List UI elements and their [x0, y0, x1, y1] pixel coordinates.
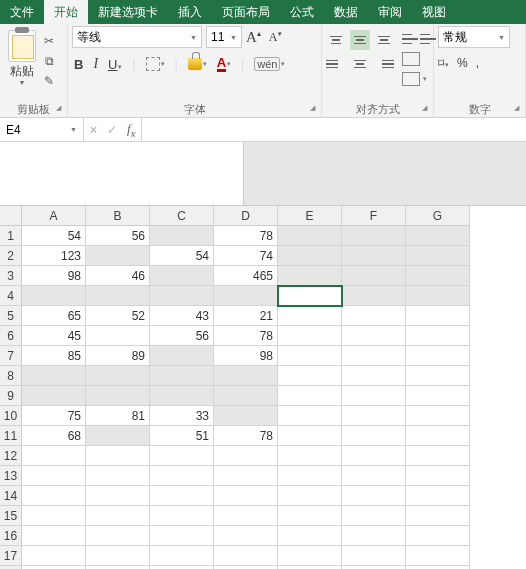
cell[interactable] — [406, 406, 470, 426]
cell[interactable]: 123 — [22, 246, 86, 266]
col-header-G[interactable]: G — [406, 206, 470, 226]
cell[interactable] — [342, 366, 406, 386]
cell[interactable] — [214, 506, 278, 526]
wrap-text-icon[interactable] — [402, 52, 420, 66]
align-top-center[interactable] — [350, 30, 370, 50]
cell[interactable] — [22, 546, 86, 566]
chevron-down-icon[interactable]: ▾ — [227, 60, 231, 68]
cell[interactable] — [150, 366, 214, 386]
row-header-17[interactable]: 17 — [0, 546, 22, 566]
cell[interactable] — [406, 346, 470, 366]
cell[interactable] — [86, 486, 150, 506]
cell[interactable] — [406, 366, 470, 386]
align-left[interactable] — [326, 54, 346, 74]
cell[interactable] — [150, 226, 214, 246]
cell[interactable] — [22, 506, 86, 526]
chevron-down-icon[interactable]: ▾ — [4, 78, 40, 87]
cell[interactable] — [22, 366, 86, 386]
cell[interactable] — [86, 506, 150, 526]
cell[interactable] — [278, 366, 342, 386]
cell[interactable] — [214, 466, 278, 486]
cell[interactable] — [214, 546, 278, 566]
cell[interactable] — [406, 526, 470, 546]
chevron-down-icon[interactable]: ▾ — [118, 63, 122, 70]
cell[interactable]: 78 — [214, 226, 278, 246]
cell[interactable] — [342, 306, 406, 326]
cell[interactable] — [22, 466, 86, 486]
cell[interactable]: 98 — [214, 346, 278, 366]
select-all-corner[interactable] — [0, 206, 22, 226]
row-header-7[interactable]: 7 — [0, 346, 22, 366]
chevron-down-icon[interactable]: ▾ — [203, 60, 207, 68]
row-header-10[interactable]: 10 — [0, 406, 22, 426]
cell[interactable] — [406, 546, 470, 566]
cell[interactable]: 85 — [22, 346, 86, 366]
cell[interactable] — [22, 286, 86, 306]
cell[interactable] — [342, 286, 406, 306]
cell[interactable] — [150, 546, 214, 566]
cell[interactable] — [86, 326, 150, 346]
fx-icon[interactable]: fx — [127, 121, 135, 139]
cell[interactable] — [278, 226, 342, 246]
format-painter-icon[interactable]: ✎ — [42, 74, 56, 88]
cell[interactable] — [406, 426, 470, 446]
align-top-right[interactable] — [374, 30, 394, 50]
cell[interactable] — [278, 386, 342, 406]
cell[interactable] — [150, 466, 214, 486]
cell[interactable] — [278, 466, 342, 486]
cell[interactable] — [150, 386, 214, 406]
font-name-combo[interactable]: 等线▼ — [72, 26, 202, 48]
cell[interactable] — [278, 326, 342, 346]
cell[interactable]: 45 — [22, 326, 86, 346]
cell[interactable] — [214, 406, 278, 426]
cell[interactable] — [278, 426, 342, 446]
cell[interactable] — [406, 386, 470, 406]
cell[interactable] — [342, 466, 406, 486]
cell[interactable]: 43 — [150, 306, 214, 326]
align-right[interactable] — [374, 54, 394, 74]
cell[interactable] — [278, 406, 342, 426]
cell[interactable] — [342, 326, 406, 346]
col-header-C[interactable]: C — [150, 206, 214, 226]
cell[interactable] — [214, 486, 278, 506]
cell[interactable] — [342, 486, 406, 506]
cell[interactable] — [86, 546, 150, 566]
name-box[interactable]: E4▼ — [0, 118, 84, 141]
row-header-1[interactable]: 1 — [0, 226, 22, 246]
tab-6[interactable]: 数据 — [324, 0, 368, 24]
cell[interactable] — [406, 246, 470, 266]
col-header-B[interactable]: B — [86, 206, 150, 226]
cell[interactable] — [342, 246, 406, 266]
cell[interactable] — [86, 366, 150, 386]
cell[interactable]: 98 — [22, 266, 86, 286]
row-header-6[interactable]: 6 — [0, 326, 22, 346]
worksheet-grid[interactable]: ABCDEFG154567821235474398464654565524321… — [0, 206, 526, 569]
tab-8[interactable]: 视图 — [412, 0, 456, 24]
cell[interactable] — [22, 486, 86, 506]
font-color-icon[interactable]: A — [217, 57, 226, 72]
fill-color-icon[interactable] — [188, 58, 202, 70]
formula-input[interactable] — [142, 118, 526, 141]
cell[interactable] — [406, 446, 470, 466]
tab-3[interactable]: 插入 — [168, 0, 212, 24]
chevron-down-icon[interactable]: ▾ — [161, 60, 165, 68]
cell[interactable]: 21 — [214, 306, 278, 326]
cell[interactable]: 54 — [22, 226, 86, 246]
paste-button[interactable]: 粘贴 ▾ — [4, 30, 40, 87]
cut-icon[interactable]: ✂ — [42, 34, 56, 48]
cell[interactable] — [406, 286, 470, 306]
percent-format-icon[interactable]: % — [457, 56, 468, 70]
copy-icon[interactable]: ⧉ — [42, 54, 56, 68]
cell[interactable] — [278, 286, 342, 306]
cell[interactable] — [278, 486, 342, 506]
row-header-14[interactable]: 14 — [0, 486, 22, 506]
row-header-9[interactable]: 9 — [0, 386, 22, 406]
cell[interactable] — [86, 446, 150, 466]
tab-5[interactable]: 公式 — [280, 0, 324, 24]
cell[interactable] — [342, 226, 406, 246]
bold-button[interactable]: B — [74, 57, 83, 72]
align-top-left[interactable] — [326, 30, 346, 50]
cell[interactable] — [406, 226, 470, 246]
cell[interactable]: 33 — [150, 406, 214, 426]
cell[interactable] — [214, 526, 278, 546]
